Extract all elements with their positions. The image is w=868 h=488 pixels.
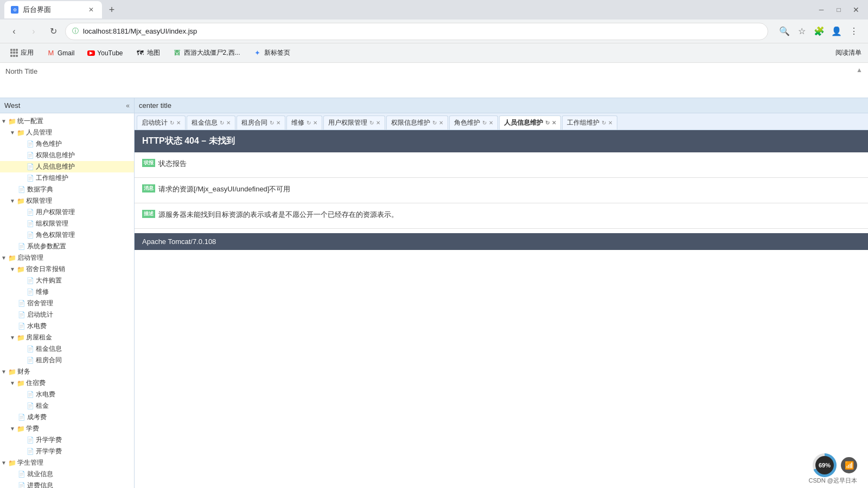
tab-close-icon[interactable]: ✕ [489, 120, 493, 126]
tab-close-icon[interactable]: ✕ [226, 120, 231, 126]
bookmark-game[interactable]: 西 西游大战僵尸2,西... [170, 46, 244, 60]
minimize-button[interactable]: ─ [814, 2, 829, 17]
tab-close-icon[interactable]: ✕ [608, 120, 612, 126]
address-box[interactable]: ⓘ localhost:8181/Mjx_easyUI/index.jsp [65, 23, 768, 40]
tree-item-group-perm-mgmt[interactable]: 📄组权限管理 [0, 218, 134, 229]
tab-refresh-icon[interactable]: ↻ [369, 120, 374, 126]
tree-item-sys-params-config[interactable]: 📄系统参数配置 [0, 241, 134, 252]
bookmark-apps[interactable]: 应用 [7, 46, 37, 60]
tab-close-icon[interactable]: ✕ [176, 120, 181, 126]
content-tab[interactable]: 维修↻✕ [286, 115, 322, 130]
reading-list-button[interactable]: 阅读清单 [835, 48, 861, 57]
tree-item-daily-purchase[interactable]: 📄大件购置 [0, 275, 134, 286]
north-collapse-button[interactable]: ▲ [856, 66, 863, 74]
tab-refresh-icon[interactable]: ↻ [602, 120, 606, 126]
tree-toggle[interactable]: ▼ [9, 380, 16, 387]
tab-close-icon[interactable]: ✕ [552, 120, 556, 126]
tree-item-upgrade-fee[interactable]: 📄升学学费 [0, 434, 134, 446]
tab-refresh-icon[interactable]: ↻ [307, 120, 311, 126]
tree-toggle[interactable]: ▼ [0, 254, 8, 262]
tree-item-perm-mgmt[interactable]: ▼📁权限管理 [0, 195, 134, 207]
tree-toggle[interactable]: ▼ [9, 197, 16, 205]
profile-icon[interactable]: 👤 [829, 24, 844, 39]
tab-close-button[interactable]: ✕ [87, 5, 95, 14]
tree-item-exam-fee[interactable]: 📄成考费 [0, 412, 134, 423]
content-tab[interactable]: 权限信息维护↻✕ [386, 115, 448, 130]
tree-item-user-perm-mgmt[interactable]: 📄用户权限管理 [0, 207, 134, 218]
new-tab-button[interactable]: + [104, 2, 119, 17]
content-tab[interactable]: 工作组维护↻✕ [562, 115, 617, 130]
tree-item-data-dict[interactable]: 📄数据字典 [0, 184, 134, 195]
reload-button[interactable]: ↻ [46, 24, 61, 39]
tree-item-workgroup-maintain[interactable]: 📄工作组维护 [0, 172, 134, 184]
search-icon[interactable]: 🔍 [777, 24, 792, 39]
tree-item-water-fee[interactable]: 📄水电费 [0, 320, 134, 332]
tree-item-enrollment-fee[interactable]: 📄开学学费 [0, 446, 134, 457]
tree-item-room-rent[interactable]: ▼📁房屋租金 [0, 332, 134, 343]
tree-item-dorm-mgmt[interactable]: 📄宿舍管理 [0, 298, 134, 309]
close-button[interactable]: ✕ [848, 2, 864, 17]
tree-item-perm-info-maintain[interactable]: 📄权限信息维护 [0, 150, 134, 161]
west-collapse-button[interactable]: « [126, 102, 130, 110]
tree-toggle[interactable]: ▼ [9, 425, 16, 433]
tree-item-startup-stats[interactable]: 📄启动统计 [0, 309, 134, 320]
maximize-button[interactable]: □ [831, 2, 846, 17]
tab-close-icon[interactable]: ✕ [276, 120, 280, 126]
tree-toggle[interactable]: ▼ [0, 118, 8, 125]
tree-toggle[interactable]: ▼ [0, 459, 8, 467]
forward-button[interactable]: › [26, 24, 41, 39]
tab-refresh-icon[interactable]: ↻ [432, 120, 437, 126]
back-button[interactable]: ‹ [7, 24, 22, 39]
tree-item-person-info-maintain[interactable]: 📄人员信息维护 [0, 161, 134, 172]
error-status-line: 状报 状态报告 [142, 159, 860, 169]
tree-item-scholarship[interactable]: ▼📁学费 [0, 423, 134, 434]
tree-item-repair[interactable]: 📄维修 [0, 286, 134, 298]
tree-toggle[interactable]: ▼ [9, 334, 16, 342]
tree-item-dormitory-daily[interactable]: ▼📁宿舍日常报销 [0, 264, 134, 275]
content-tab[interactable]: 租金信息↻✕ [187, 115, 235, 130]
tab-close-icon[interactable]: ✕ [376, 120, 380, 126]
bookmark-newtab[interactable]: ✦ 新标签页 [250, 46, 293, 60]
tree-label: 工作组维护 [35, 174, 68, 183]
tab-refresh-icon[interactable]: ↻ [270, 120, 274, 126]
tab-refresh-icon[interactable]: ↻ [170, 120, 174, 126]
tab-refresh-icon[interactable]: ↻ [220, 120, 224, 126]
tab-label: 维修 [291, 118, 304, 127]
tree-toggle[interactable]: ▼ [9, 266, 16, 273]
tree-toggle[interactable]: ▼ [9, 129, 16, 137]
tree-item-rent-info[interactable]: 📄租金信息 [0, 343, 134, 355]
tree-label: 大件购置 [35, 276, 62, 285]
tree-item-system-config[interactable]: ▼📁统一配置 [0, 115, 134, 127]
tab-refresh-icon[interactable]: ↻ [482, 120, 487, 126]
tree-item-startup-mgmt[interactable]: ▼📁启动管理 [0, 252, 134, 264]
content-tab[interactable]: 角色维护↻✕ [449, 115, 498, 130]
bookmark-gmail[interactable]: M Gmail [43, 47, 78, 60]
extensions-icon[interactable]: 🧩 [812, 24, 827, 39]
tree-container[interactable]: ▼📁统一配置▼📁人员管理📄角色维护📄权限信息维护📄人员信息维护📄工作组维护📄数据… [0, 113, 134, 488]
tree-item-rent-contract[interactable]: 📄租房合同 [0, 355, 134, 366]
tree-item-personnel-mgmt[interactable]: ▼📁人员管理 [0, 127, 134, 138]
tree-item-role-maintain[interactable]: 📄角色维护 [0, 138, 134, 150]
bookmark-youtube[interactable]: ▶ YouTube [84, 47, 126, 59]
tree-item-role-perm-mgmt[interactable]: 📄角色权限管理 [0, 229, 134, 241]
tree-item-employment-info[interactable]: 📄就业信息 [0, 468, 134, 480]
content-tab[interactable]: 租房合同↻✕ [237, 115, 285, 130]
bookmark-map[interactable]: 🗺 地图 [133, 46, 163, 60]
bookmark-star-icon[interactable]: ☆ [794, 24, 809, 39]
file-icon: 📄 [26, 232, 35, 239]
tree-item-rent[interactable]: 📄租金 [0, 400, 134, 412]
tree-item-water-electric[interactable]: 📄水电费 [0, 389, 134, 400]
tree-toggle[interactable]: ▼ [0, 368, 8, 376]
tab-close-icon[interactable]: ✕ [439, 120, 443, 126]
tree-item-student-mgmt[interactable]: ▼📁学生管理 [0, 457, 134, 468]
tab-refresh-icon[interactable]: ↻ [545, 120, 550, 126]
menu-icon[interactable]: ⋮ [846, 24, 861, 39]
tree-item-finance[interactable]: ▼📁财务 [0, 366, 134, 377]
content-tab[interactable]: 启动统计↻✕ [137, 115, 186, 130]
tab-close-icon[interactable]: ✕ [313, 120, 317, 126]
content-tab[interactable]: 用户权限管理↻✕ [323, 115, 385, 130]
browser-tab[interactable]: ⚙ 后台界面 ✕ [4, 1, 102, 18]
tree-item-living-expenses[interactable]: ▼📁住宿费 [0, 377, 134, 389]
content-tab[interactable]: 人员信息维护↻✕ [499, 115, 561, 130]
tree-item-scholarship-info[interactable]: 📄进费信息 [0, 480, 134, 488]
